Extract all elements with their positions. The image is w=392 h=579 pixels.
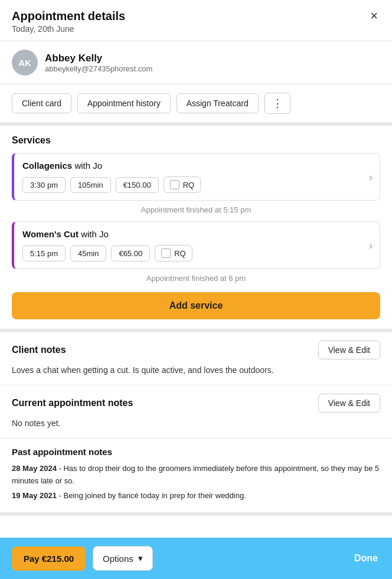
client-notes-section: Client notes View & Edit Loves a chat wh…	[0, 332, 392, 385]
options-label: Options	[103, 554, 133, 564]
client-notes-view-edit-button[interactable]: View & Edit	[318, 341, 380, 359]
done-button[interactable]: Done	[352, 548, 380, 568]
assign-treatcard-button[interactable]: Assign Treatcard	[177, 93, 259, 113]
service-price-womens-cut: €65.00	[111, 246, 150, 261]
rq-checkbox-collagenics[interactable]	[170, 180, 179, 189]
close-button[interactable]: ×	[368, 9, 380, 22]
client-card-button[interactable]: Client card	[12, 93, 71, 113]
service-time-womens-cut: 5:15 pm	[22, 246, 66, 261]
past-note-2-date: 19 May 2021	[12, 491, 57, 500]
service-tags-collagenics: 3:30 pm 105min €150.00 RQ	[22, 176, 371, 193]
past-notes-title: Past appointment notes	[12, 447, 380, 457]
chevron-right-icon-collagenics: ›	[369, 171, 373, 183]
services-section: Services Collagenics with Jo 3:30 pm 105…	[0, 126, 392, 332]
client-row: AK Abbey Kelly abbeykelly@27435phorest.c…	[0, 41, 392, 84]
service-price-collagenics: €150.00	[116, 177, 159, 193]
service-tags-womens-cut: 5:15 pm 45min €65.00 RQ	[22, 245, 371, 261]
service-rq-womens-cut: RQ	[155, 245, 192, 261]
avatar: AK	[12, 50, 38, 76]
past-note-1-date: 28 May 2024	[12, 464, 57, 473]
client-notes-title: Client notes	[12, 345, 66, 355]
client-info: Abbey Kelly abbeykelly@27435phorest.com	[45, 53, 152, 73]
pay-button[interactable]: Pay €215.00	[12, 547, 86, 571]
past-note-2: 19 May 2021 - Being joined by fiancé tod…	[12, 490, 380, 502]
chevron-down-icon: ▾	[138, 553, 143, 564]
service-card-womens-cut[interactable]: Women's Cut with Jo 5:15 pm 45min €65.00…	[12, 221, 380, 269]
finished-text-womens-cut: Appointment finished at 6 pm	[12, 274, 380, 283]
modal: Appointment details Today, 20th June × A…	[0, 0, 392, 579]
past-note-1: 28 May 2024 - Has to drop their dog to t…	[12, 463, 380, 488]
service-time-collagenics: 3:30 pm	[22, 177, 66, 193]
service-name-collagenics: Collagenics with Jo	[22, 161, 371, 171]
footer-bar: Pay €215.00 Options ▾ Done	[0, 538, 392, 579]
service-rq-collagenics: RQ	[164, 176, 201, 193]
current-notes-header: Current appointment notes View & Edit	[12, 394, 380, 413]
current-appointment-notes-section: Current appointment notes View & Edit No…	[0, 385, 392, 439]
service-duration-womens-cut: 45min	[70, 246, 106, 261]
past-note-1-text: - Has to drop their dog to the groomers …	[12, 464, 379, 485]
chevron-right-icon-womens-cut: ›	[369, 239, 373, 251]
past-appointment-notes-section: Past appointment notes 28 May 2024 - Has…	[0, 439, 392, 516]
service-duration-collagenics: 105min	[70, 177, 111, 193]
finished-text-collagenics: Appointment finished at 5:15 pm	[12, 205, 380, 214]
add-service-button[interactable]: Add service	[12, 292, 380, 319]
service-name-womens-cut: Women's Cut with Jo	[22, 229, 371, 239]
client-email: abbeykelly@27435phorest.com	[45, 64, 152, 73]
action-buttons-row: Client card Appointment history Assign T…	[0, 84, 392, 126]
client-name: Abbey Kelly	[45, 53, 152, 64]
appointment-date: Today, 20th June	[12, 24, 125, 34]
more-options-button[interactable]: ⋮	[264, 93, 290, 114]
appointment-header: Appointment details Today, 20th June ×	[0, 0, 392, 41]
current-notes-view-edit-button[interactable]: View & Edit	[318, 394, 380, 413]
rq-checkbox-womens-cut[interactable]	[161, 248, 171, 258]
current-notes-text: No notes yet.	[12, 417, 380, 430]
service-card-collagenics[interactable]: Collagenics with Jo 3:30 pm 105min €150.…	[12, 153, 380, 201]
client-notes-header: Client notes View & Edit	[12, 341, 380, 359]
client-notes-text: Loves a chat when getting a cut. Is quit…	[12, 364, 380, 377]
services-title: Services	[12, 135, 380, 146]
appointment-history-button[interactable]: Appointment history	[77, 93, 171, 113]
current-notes-title: Current appointment notes	[12, 398, 133, 408]
past-note-2-text: - Being joined by fiancé today in prep f…	[59, 491, 246, 500]
options-button[interactable]: Options ▾	[93, 546, 153, 571]
page-title: Appointment details	[12, 9, 125, 23]
